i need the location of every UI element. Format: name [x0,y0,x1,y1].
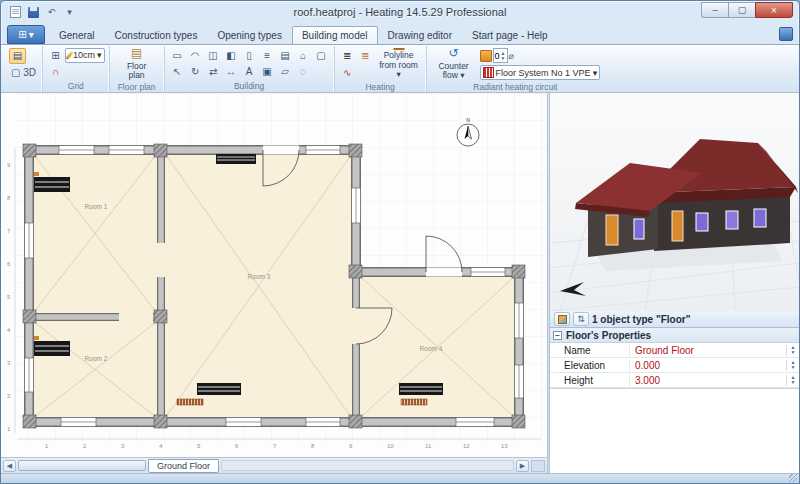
tab-opening-types[interactable]: Opening types [207,26,292,44]
column-icon[interactable]: ▯ [241,47,258,63]
property-section-title: Floor's Properties [566,330,651,341]
note-icon[interactable]: ▣ [259,64,276,80]
flow-value-field[interactable]: 0 ▲▼ [493,48,508,63]
properties-tool-button[interactable] [554,312,570,326]
radiator-valve-icon[interactable]: ≣ [357,48,374,64]
snap-grid-icon[interactable]: ⊞ [47,47,64,63]
select-icon[interactable]: ↖ [169,64,186,80]
radiator [216,154,256,164]
cube-icon: ▢ [11,67,20,78]
group-radiant: ↺ Counter flow ▾ 0 ▲▼ ⌀ [426,46,605,92]
counter-flow-icon: ↺ [449,47,459,61]
opening-icon[interactable]: ▢ [313,47,330,63]
group-view-caption [9,90,38,92]
ribbon-tab-row: ⊞ ▾ General Construction types Opening t… [1,23,799,44]
property-row-height[interactable]: Height 3.000 ▲▼ [550,373,799,388]
beam-icon[interactable]: ≡ [259,47,276,63]
eraser-icon[interactable]: ▱ [277,64,294,80]
app-window: ↶ ▾ roof.heatproj - Heating 14.5.29 Prof… [0,0,800,484]
stairs-icon[interactable]: ▤ [277,47,294,63]
magnet-icon[interactable]: ∩ [47,64,64,80]
group-floorplan: ▤ Floor plan Floor plan [109,46,164,92]
tab-general[interactable]: General [49,26,105,44]
svg-text:10: 10 [387,443,394,449]
status-bar [1,473,799,483]
name-spinner[interactable]: ▲▼ [786,345,799,356]
flow-value: 0 [495,51,500,61]
horizontal-scrollbar-thumb[interactable] [18,460,146,471]
collapse-icon[interactable]: − [553,331,562,340]
sort-tool-button[interactable]: ⇅ [573,312,589,326]
floor-plan-pane: 9 8 7 6 5 4 3 2 1 1 2 3 4 5 6 [1,93,547,473]
svg-text:12: 12 [463,443,470,449]
group-grid: ⊞ 10cm ▾ ∩ Grid [42,46,109,92]
floor-plan-button[interactable]: ▤ Floor plan [114,47,160,81]
sheet-tab-ground-floor[interactable]: Ground Floor [148,459,219,473]
group-radiant-caption: Radiant heating circuit [431,81,601,93]
house-window [726,211,738,229]
radiator-icon[interactable]: ≣ [339,48,356,64]
grid-spacing-combo[interactable]: 10cm ▾ [65,48,105,63]
application-menu-button[interactable]: ⊞ ▾ [7,25,45,44]
property-row-name[interactable]: Name Ground Floor ▲▼ [550,343,799,358]
flow-spinner[interactable]: ▲▼ [501,51,506,61]
scroll-left-icon[interactable]: ◀ [3,460,16,472]
counter-flow-button[interactable]: ↺ Counter flow ▾ [431,47,477,81]
qat-dropdown-icon[interactable]: ▾ [62,5,77,19]
curved-wall-icon[interactable]: ◠ [187,47,204,63]
door-icon[interactable]: ◧ [223,47,240,63]
scroll-right-icon[interactable]: ▶ [516,460,529,472]
horizontal-scrollbar-track[interactable] [221,460,514,471]
mirror-icon[interactable]: ⇄ [205,64,222,80]
undo-icon[interactable]: ↶ [44,5,59,19]
radiator-manifold [177,399,203,405]
room-label: Room 2 [85,355,108,362]
view-2d-button[interactable]: ▤ [9,48,26,64]
style-button[interactable] [779,27,793,41]
grid-spacing-value: 10cm [73,50,95,60]
house-window [634,219,644,239]
minimize-button[interactable]: – [701,2,728,18]
height-spinner[interactable]: ▲▼ [786,375,799,386]
flow-temp-icon [480,50,492,62]
heating-circuit-icon[interactable]: ∿ [339,65,356,81]
ribbon: ▤ ▢ 3D ⊞ 10cm ▾ ∩ Grid [1,44,799,93]
sort-icon: ⇅ [577,314,585,324]
save-icon[interactable] [26,5,41,19]
tab-start-page-help[interactable]: Start page - Help [462,26,558,44]
text-tool-icon[interactable]: A [241,64,258,80]
window-controls: – ▢ × [701,1,799,18]
dimension-icon[interactable]: ↔ [223,64,240,80]
main-area: 9 8 7 6 5 4 3 2 1 1 2 3 4 5 6 [1,93,799,473]
view-3d[interactable] [550,93,799,311]
right-pane-empty [550,389,799,473]
app-menu-arrow-icon: ▾ [29,29,34,40]
wall-icon[interactable]: ▭ [169,47,186,63]
property-section-header[interactable]: − Floor's Properties [550,328,799,343]
group-grid-caption: Grid [47,80,105,92]
group-building-caption: Building [169,80,330,92]
roof-icon[interactable]: ⌂ [295,47,312,63]
close-button[interactable]: × [755,2,793,18]
tab-building-model[interactable]: Building model [292,26,378,44]
floor-plan-canvas[interactable]: 9 8 7 6 5 4 3 2 1 1 2 3 4 5 6 [1,93,547,457]
window-icon[interactable]: ◫ [205,47,222,63]
polyline-from-room-button[interactable]: Polyline from room ▾ [376,47,422,81]
measure-icon[interactable]: ◌ [295,64,312,80]
resize-grip-icon[interactable] [789,474,797,482]
rotate-icon[interactable]: ↻ [187,64,204,80]
tab-construction-types[interactable]: Construction types [105,26,208,44]
scrollbar-corner [531,460,545,472]
group-view: ▤ ▢ 3D [5,46,42,92]
tab-drawing-editor[interactable]: Drawing editor [378,26,462,44]
quick-access-toolbar: ↶ ▾ [1,5,77,19]
view-3d-button[interactable]: ▢ 3D [9,65,38,81]
app-document-icon[interactable] [8,5,23,19]
properties-icon [558,315,567,324]
elevation-spinner[interactable]: ▲▼ [786,360,799,371]
property-grid: − Floor's Properties Name Ground Floor ▲… [550,328,799,389]
window-title: roof.heatproj - Heating 14.5.29 Professi… [1,6,799,18]
property-row-elevation[interactable]: Elevation 0.000 ▲▼ [550,358,799,373]
maximize-button[interactable]: ▢ [728,2,755,18]
floor-system-combo[interactable]: Floor System No 1 VPE ▾ [480,65,601,80]
